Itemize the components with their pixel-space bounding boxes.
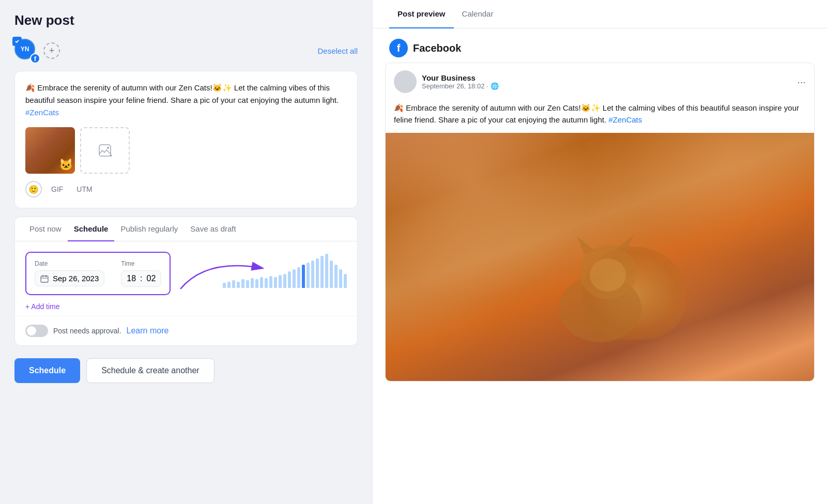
- time-input[interactable]: 18 : 02: [121, 270, 161, 287]
- media-thumbnail[interactable]: [25, 127, 75, 174]
- fb-post-image: [386, 133, 814, 381]
- platform-name: Facebook: [413, 42, 461, 54]
- facebook-icon-large: f: [389, 39, 408, 57]
- gif-button[interactable]: GIF: [47, 183, 67, 195]
- calendar-icon: [40, 274, 49, 283]
- fb-user-name: Your Business: [422, 73, 792, 82]
- chart-bar: [232, 280, 235, 288]
- left-panel: New post YN f + Deselect all 🍂 Embrace t…: [0, 0, 372, 504]
- post-hashtag: #ZenCats: [25, 108, 59, 117]
- chart-bar: [255, 279, 258, 288]
- fb-post-meta: September 26, 18:02 · 🌐: [422, 82, 792, 90]
- account-avatar: YN f: [14, 39, 38, 63]
- fb-more-button[interactable]: ···: [797, 76, 806, 88]
- tab-post-preview[interactable]: Post preview: [389, 0, 454, 28]
- platform-header: f Facebook: [373, 28, 827, 63]
- chart-bar: [237, 282, 240, 288]
- add-time-button[interactable]: + Add time: [25, 302, 60, 311]
- date-label: Date: [35, 260, 104, 267]
- toolbar-row: 🙂 GIF UTM: [25, 181, 347, 197]
- tab-publish-regularly[interactable]: Publish regularly: [114, 217, 184, 241]
- compose-card: 🍂 Embrace the serenity of autumn with ou…: [14, 71, 358, 208]
- cat-image: [25, 127, 75, 174]
- tab-schedule[interactable]: Schedule: [68, 217, 115, 241]
- fb-user-info: Your Business September 26, 18:02 · 🌐: [422, 73, 792, 90]
- date-value: Sep 26, 2023: [53, 274, 99, 283]
- chart-bar: [246, 280, 249, 288]
- time-colon: :: [140, 274, 142, 283]
- chart-bar: [274, 277, 277, 288]
- chart-bar: [265, 278, 268, 288]
- chart-bar: [311, 261, 314, 288]
- date-input[interactable]: Sep 26, 2023: [35, 270, 104, 286]
- account-row: YN f + Deselect all: [14, 39, 358, 63]
- svg-rect-0: [99, 145, 111, 156]
- schedule-tabs: Post now Schedule Publish regularly Save…: [15, 217, 357, 241]
- fb-post-preview: Your Business September 26, 18:02 · 🌐 ··…: [385, 63, 815, 381]
- schedule-create-another-button[interactable]: Schedule & create another: [86, 358, 214, 383]
- date-group: Date Sep 26, 2023: [35, 260, 104, 287]
- svg-point-1: [107, 147, 109, 149]
- fb-post-avatar: [394, 70, 417, 93]
- utm-button[interactable]: UTM: [72, 183, 96, 195]
- page-title: New post: [14, 12, 358, 28]
- facebook-badge: f: [30, 53, 40, 64]
- chart-bar: [223, 283, 226, 288]
- post-meta-text: September 26, 18:02 ·: [422, 82, 488, 90]
- preview-hashtag: #ZenCats: [608, 115, 642, 124]
- engagement-chart: [223, 252, 347, 288]
- chart-bar: [227, 282, 231, 288]
- chart-bar: [320, 256, 324, 288]
- post-text-main: 🍂 Embrace the serenity of autumn with ou…: [25, 83, 339, 104]
- emoji-button[interactable]: 🙂: [25, 181, 42, 197]
- fb-preview-text: 🍂 Embrace the serenity of autumn with ou…: [386, 100, 814, 133]
- media-row: [25, 127, 347, 174]
- chart-bar: [325, 254, 328, 288]
- chart-bar: [279, 275, 282, 288]
- schedule-card: Post now Schedule Publish regularly Save…: [14, 217, 358, 346]
- svg-point-13: [590, 258, 626, 292]
- chart-bar: [283, 274, 286, 288]
- datetime-box: Date Sep 26, 2023 Time 18: [25, 252, 171, 295]
- time-hours: 18: [127, 274, 136, 283]
- svg-marker-11: [577, 236, 595, 254]
- approval-toggle[interactable]: [25, 325, 48, 337]
- globe-icon: 🌐: [491, 82, 499, 90]
- chart-bar: [297, 267, 300, 288]
- chart-bar: [241, 279, 244, 288]
- chart-bar: [316, 258, 319, 288]
- chart-bar: [288, 271, 291, 288]
- tab-post-now[interactable]: Post now: [23, 217, 68, 241]
- chart-bar: [307, 263, 310, 288]
- preview-text-main: 🍂 Embrace the serenity of autumn with ou…: [394, 103, 799, 124]
- learn-more-link[interactable]: Learn more: [127, 326, 169, 335]
- svg-rect-4: [41, 276, 48, 282]
- deselect-all-button[interactable]: Deselect all: [317, 47, 358, 55]
- schedule-button[interactable]: Schedule: [14, 358, 80, 383]
- approval-text: Post needs approval.: [53, 327, 121, 335]
- preview-tabs: Post preview Calendar: [373, 0, 827, 28]
- check-badge: [12, 37, 22, 46]
- time-group: Time 18 : 02: [121, 260, 161, 287]
- approval-section: Post needs approval. Learn more: [15, 316, 357, 345]
- add-account-button[interactable]: +: [43, 42, 60, 59]
- tab-calendar[interactable]: Calendar: [454, 0, 502, 28]
- svg-marker-12: [616, 235, 634, 253]
- post-text: 🍂 Embrace the serenity of autumn with ou…: [25, 82, 347, 119]
- chart-bar: [302, 265, 305, 288]
- chart-bar: [334, 265, 338, 288]
- right-panel: Post preview Calendar f Facebook Your Bu…: [372, 0, 827, 504]
- bottom-buttons: Schedule Schedule & create another: [14, 354, 358, 387]
- datetime-section: Date Sep 26, 2023 Time 18: [15, 241, 357, 316]
- fb-post-header: Your Business September 26, 18:02 · 🌐 ··…: [386, 63, 814, 100]
- chart-bar: [269, 276, 272, 288]
- chart-bar: [330, 261, 333, 288]
- chart-bar: [344, 274, 347, 288]
- chart-bar: [251, 278, 254, 288]
- time-minutes: 02: [147, 274, 156, 283]
- add-media-button[interactable]: [80, 127, 130, 174]
- tab-save-draft[interactable]: Save as draft: [184, 217, 242, 241]
- cat-silhouette: [528, 216, 672, 350]
- chart-bar: [339, 269, 342, 288]
- chart-bar: [260, 277, 263, 288]
